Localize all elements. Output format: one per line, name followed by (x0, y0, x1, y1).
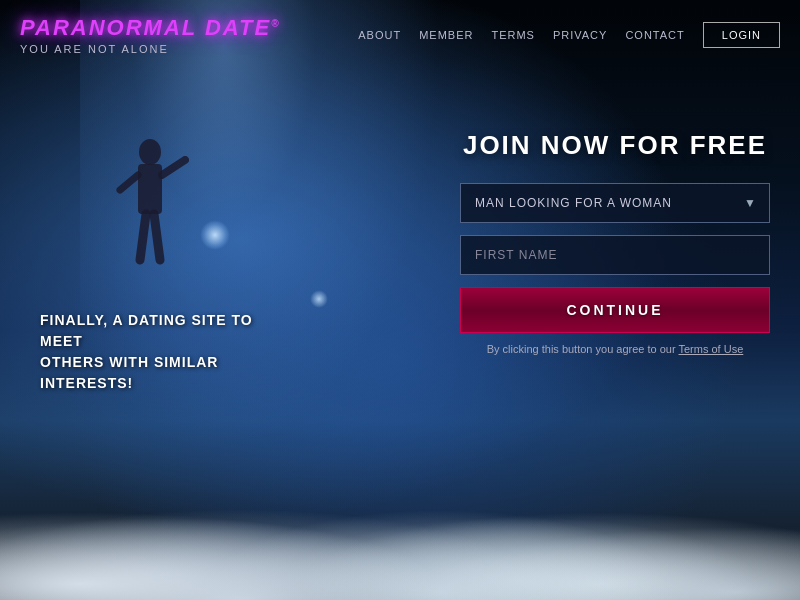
form-title: JOIN NOW FOR FREE (460, 130, 770, 161)
signup-form: JOIN NOW FOR FREE MAN LOOKING FOR A WOMA… (460, 130, 770, 355)
nav-about[interactable]: ABOUT (358, 29, 401, 41)
nav-terms[interactable]: TERMS (491, 29, 535, 41)
svg-point-0 (139, 139, 161, 165)
logo-subtitle: YOU ARE NOT ALONE (20, 43, 281, 55)
svg-rect-1 (138, 164, 162, 214)
continue-button[interactable]: CONTINUE (460, 287, 770, 333)
logo-title: PARANORMAL DATE® (20, 15, 281, 41)
nav-privacy[interactable]: PRIVACY (553, 29, 607, 41)
svg-line-5 (154, 214, 160, 260)
nav-contact[interactable]: CONTACT (625, 29, 684, 41)
terms-text: By clicking this button you agree to our (487, 343, 676, 355)
tagline: FINALLY, A DATING SITE TO MEET OTHERS WI… (40, 310, 300, 394)
clouds (0, 440, 800, 600)
terms-link[interactable]: Terms of Use (679, 343, 744, 355)
navigation: ABOUT MEMBER TERMS PRIVACY CONTACT LOGIN (358, 22, 780, 48)
nav-member[interactable]: MEMBER (419, 29, 473, 41)
terms-notice: By clicking this button you agree to our… (460, 343, 770, 355)
looking-for-wrapper: MAN LOOKING FOR A WOMAN WOMAN LOOKING FO… (460, 183, 770, 223)
svg-line-2 (162, 160, 185, 175)
tagline-line2: OTHERS WITH SIMILAR INTERESTS! (40, 352, 300, 394)
tagline-line1: FINALLY, A DATING SITE TO MEET (40, 310, 300, 352)
logo: PARANORMAL DATE® YOU ARE NOT ALONE (20, 15, 281, 55)
logo-text: PARANORMAL DATE (20, 15, 271, 40)
header: PARANORMAL DATE® YOU ARE NOT ALONE ABOUT… (0, 0, 800, 70)
svg-line-4 (140, 214, 146, 260)
looking-for-select[interactable]: MAN LOOKING FOR A WOMAN WOMAN LOOKING FO… (460, 183, 770, 223)
logo-reg: ® (271, 18, 280, 29)
login-button[interactable]: LOGIN (703, 22, 780, 48)
svg-line-3 (120, 175, 138, 190)
first-name-input[interactable] (460, 235, 770, 275)
silhouette-figure (110, 130, 190, 290)
